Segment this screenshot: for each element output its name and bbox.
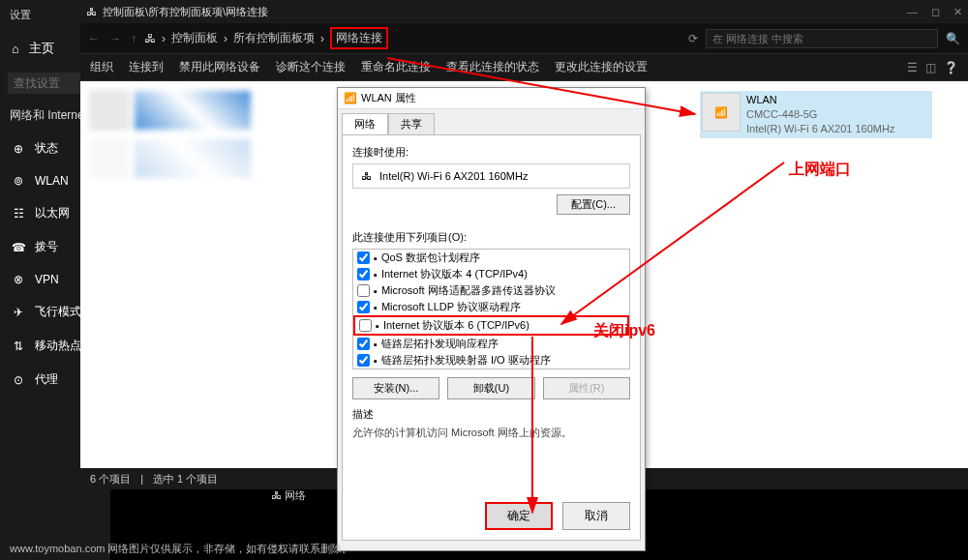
search-icon[interactable]: 🔍 bbox=[946, 32, 960, 45]
protocol-icon: ▪ bbox=[374, 285, 378, 297]
toolbar-item[interactable]: 组织 bbox=[90, 59, 113, 75]
adapter-icon bbox=[90, 91, 129, 130]
footer-text: www.toymoban.com 网络图片仅供展示，非存储，如有侵权请联系删除。 bbox=[10, 542, 352, 556]
protocol-item[interactable]: ▪Microsoft 网络适配器多路传送器协议 bbox=[353, 282, 629, 299]
help-icon[interactable]: ❔ bbox=[944, 61, 958, 74]
dlg-title: WLAN 属性 bbox=[361, 91, 416, 105]
crumb-sep: › bbox=[224, 32, 227, 45]
adapter-icon bbox=[90, 139, 129, 178]
protocol-checkbox[interactable] bbox=[357, 284, 370, 297]
protocol-item[interactable]: ▪链路层拓扑发现响应程序 bbox=[353, 336, 629, 352]
protocol-label: Microsoft LLDP 协议驱动程序 bbox=[381, 300, 521, 314]
adapter-name: Intel(R) Wi-Fi 6 AX201 160MHz bbox=[379, 170, 528, 182]
desc-text: 允许你的计算机访问 Microsoft 网络上的资源。 bbox=[352, 426, 630, 440]
wlan-icon: 📶 bbox=[702, 93, 741, 132]
uninstall-button[interactable]: 卸载(U) bbox=[447, 377, 534, 399]
protocol-checkbox[interactable] bbox=[359, 319, 372, 332]
view-icon[interactable]: ☰ bbox=[907, 61, 918, 74]
cp-addressbar: ← → ↑ 🖧 › 控制面板 › 所有控制面板项 › 网络连接 ⟳ 🔍 bbox=[80, 23, 968, 54]
network-icon: 🖧 bbox=[86, 6, 97, 17]
sidebar-icon: ☎ bbox=[12, 241, 25, 254]
adapter-icon: 🖧 bbox=[361, 170, 372, 182]
install-button[interactable]: 安装(N)... bbox=[352, 377, 439, 399]
protocol-item[interactable]: ▪链路层拓扑发现映射器 I/O 驱动程序 bbox=[353, 352, 629, 368]
protocol-checkbox[interactable] bbox=[357, 268, 370, 280]
protocol-label: Internet 协议版本 4 (TCP/IPv4) bbox=[381, 267, 528, 281]
protocol-checkbox[interactable] bbox=[357, 301, 370, 313]
protocol-label: 链路层拓扑发现映射器 I/O 驱动程序 bbox=[381, 353, 551, 368]
protocol-label: Internet 协议版本 6 (TCP/IPv6) bbox=[383, 318, 529, 333]
sidebar-icon: ✈ bbox=[12, 306, 25, 319]
tab-network[interactable]: 网络 bbox=[342, 113, 388, 134]
nav-forward-icon[interactable]: → bbox=[109, 32, 121, 45]
protocol-icon: ▪ bbox=[374, 302, 378, 313]
crumb-1[interactable]: 所有控制面板项 bbox=[233, 30, 315, 46]
toolbar-item[interactable]: 更改此连接的设置 bbox=[555, 59, 648, 75]
cp-toolbar: 组织连接到禁用此网络设备诊断这个连接重命名此连接查看此连接的状态更改此连接的设置… bbox=[80, 54, 968, 81]
sidebar-label: 代理 bbox=[35, 371, 58, 388]
nav-up-icon[interactable]: ↑ bbox=[131, 32, 136, 45]
sidebar-label: WLAN bbox=[35, 174, 69, 188]
protocol-icon: ▪ bbox=[374, 339, 378, 350]
wlan-adapter: Intel(R) Wi-Fi 6 AX201 160MHz bbox=[746, 122, 894, 136]
wlan-name: WLAN bbox=[746, 93, 894, 107]
dlg-titlebar: 📶 WLAN 属性 bbox=[338, 88, 645, 109]
wlan-icon: 📶 bbox=[344, 92, 357, 104]
protocol-checkbox[interactable] bbox=[357, 338, 370, 350]
protocol-icon: ▪ bbox=[376, 320, 379, 332]
folder-icon: 🖧 bbox=[144, 32, 156, 45]
protocol-item[interactable]: ▪QoS 数据包计划程序 bbox=[353, 250, 629, 266]
adapter-wlan[interactable]: 📶 WLAN CMCC-448-5G Intel(R) Wi-Fi 6 AX20… bbox=[700, 91, 932, 138]
sidebar-label: VPN bbox=[35, 273, 59, 286]
bottom-network-icon: 🖧 网络 bbox=[271, 488, 306, 503]
crumb-sep: › bbox=[162, 32, 166, 45]
protocol-item[interactable]: ▪Internet 协议版本 6 (TCP/IPv6) bbox=[353, 315, 629, 336]
configure-button[interactable]: 配置(C)... bbox=[557, 194, 630, 215]
close-icon[interactable]: ✕ bbox=[953, 6, 962, 18]
minimize-icon[interactable]: — bbox=[907, 6, 918, 18]
protocol-icon: ▪ bbox=[374, 355, 378, 367]
refresh-icon[interactable]: ⟳ bbox=[688, 32, 698, 45]
toolbar-item[interactable]: 连接到 bbox=[129, 59, 164, 75]
status-items: 6 个项目 bbox=[90, 472, 131, 486]
protocol-item[interactable]: ▪Internet 协议版本 4 (TCP/IPv4) bbox=[353, 266, 629, 282]
cancel-button[interactable]: 取消 bbox=[562, 502, 630, 530]
adapter-item[interactable] bbox=[90, 139, 251, 178]
connect-label: 连接时使用: bbox=[352, 145, 630, 160]
ok-button[interactable]: 确定 bbox=[485, 502, 553, 530]
crumb-sep: › bbox=[320, 32, 324, 45]
crumb-0[interactable]: 控制面板 bbox=[171, 30, 218, 46]
tab-share[interactable]: 共享 bbox=[388, 113, 435, 134]
sidebar-icon: ⊕ bbox=[12, 142, 25, 156]
toolbar-item[interactable]: 重命名此连接 bbox=[361, 59, 431, 75]
desc-label: 描述 bbox=[352, 407, 630, 422]
crumb-2[interactable]: 网络连接 bbox=[330, 27, 388, 49]
anno-ipv6: 关闭ipv6 bbox=[593, 321, 655, 341]
wlan-ssid: CMCC-448-5G bbox=[746, 107, 894, 122]
maximize-icon[interactable]: ◻ bbox=[931, 6, 940, 18]
toolbar-item[interactable]: 查看此连接的状态 bbox=[446, 59, 539, 75]
breadcrumb[interactable]: 🖧 › 控制面板 › 所有控制面板项 › 网络连接 bbox=[144, 27, 681, 49]
sidebar-icon: ⊙ bbox=[12, 373, 25, 387]
status-sep: | bbox=[140, 473, 143, 485]
adapter-item[interactable] bbox=[90, 91, 251, 130]
properties-button[interactable]: 属性(R) bbox=[543, 377, 630, 399]
toolbar-item[interactable]: 禁用此网络设备 bbox=[179, 59, 260, 75]
sidebar-label: 拨号 bbox=[35, 239, 58, 255]
preview-icon[interactable]: ◫ bbox=[925, 61, 936, 74]
protocol-checkbox[interactable] bbox=[357, 354, 370, 367]
protocol-icon: ▪ bbox=[374, 252, 378, 264]
nav-back-icon[interactable]: ← bbox=[88, 32, 100, 45]
cp-search-input[interactable] bbox=[706, 29, 938, 48]
toolbar-item[interactable]: 诊断这个连接 bbox=[276, 59, 346, 75]
wlan-properties-dialog: 📶 WLAN 属性 网络 共享 连接时使用: 🖧 Intel(R) Wi-Fi … bbox=[337, 87, 646, 551]
home-icon: ⌂ bbox=[12, 42, 19, 56]
protocol-item[interactable]: ▪Microsoft LLDP 协议驱动程序 bbox=[353, 299, 629, 315]
protocol-checkbox[interactable] bbox=[357, 251, 370, 264]
adapter-field: 🖧 Intel(R) Wi-Fi 6 AX201 160MHz bbox=[352, 163, 630, 189]
protocol-label: QoS 数据包计划程序 bbox=[381, 251, 480, 265]
protocol-list[interactable]: ▪QoS 数据包计划程序▪Internet 协议版本 4 (TCP/IPv4)▪… bbox=[352, 249, 630, 369]
sidebar-label: 以太网 bbox=[35, 205, 70, 221]
cp-titlebar: 🖧 控制面板\所有控制面板项\网络连接 — ◻ ✕ bbox=[80, 0, 968, 23]
cp-title-path: 控制面板\所有控制面板项\网络连接 bbox=[103, 5, 268, 19]
